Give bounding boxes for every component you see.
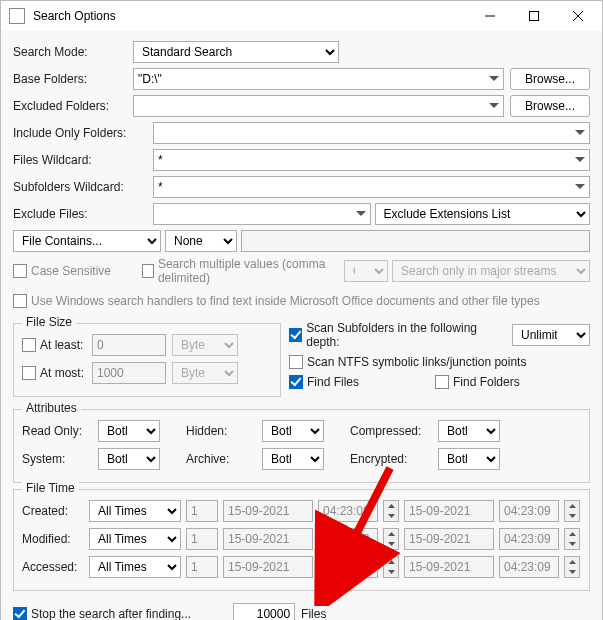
label-stop-after: Stop the search after finding... [31,607,191,620]
label-find-folders: Find Folders [453,375,520,389]
at-least-checkbox[interactable] [22,338,36,352]
system-select[interactable]: Both [98,448,160,470]
include-only-input[interactable] [153,122,590,144]
find-folders-checkbox[interactable] [435,375,449,389]
label-include-only: Include Only Folders: [13,126,153,140]
accessed-to-time[interactable] [499,556,559,578]
use-windows-handlers-checkbox[interactable] [13,294,27,308]
find-files-checkbox[interactable] [289,375,303,389]
label-base-folders: Base Folders: [13,72,133,86]
subfolders-wildcard-input[interactable] [153,176,590,198]
window-title: Search Options [33,9,468,23]
svg-rect-1 [530,12,539,21]
case-sensitive-checkbox[interactable] [13,264,27,278]
browse-base-folders-button[interactable]: Browse... [510,68,590,90]
read-only-select[interactable]: Both [98,420,160,442]
label-subfolders-wildcard: Subfolders Wildcard: [13,180,153,194]
modified-to-date[interactable] [404,528,494,550]
label-hidden: Hidden: [186,424,256,438]
titlebar: Search Options [1,1,602,31]
created-mode-select[interactable]: All Times [89,500,181,522]
label-use-windows: Use Windows search handlers to find text… [31,294,540,308]
modified-to-time[interactable] [499,528,559,550]
label-read-only: Read Only: [22,424,92,438]
at-most-input[interactable] [92,362,166,384]
search-scope-select[interactable]: Search only in major streams [392,260,590,282]
modified-from-date[interactable] [223,528,313,550]
created-to-spinner[interactable] [564,500,580,522]
accessed-from-time[interactable] [318,556,378,578]
accessed-num-input[interactable] [186,556,218,578]
stop-after-count-input[interactable] [233,603,295,620]
label-modified: Modified: [22,532,84,546]
label-find-files: Find Files [307,375,359,389]
created-num-input[interactable] [186,500,218,522]
search-mode-select[interactable]: Standard Search [133,41,339,63]
multiple-op-select[interactable]: Or [344,260,388,282]
created-from-date[interactable] [223,500,313,522]
created-to-time[interactable] [499,500,559,522]
at-most-checkbox[interactable] [22,366,36,380]
attributes-legend: Attributes [22,401,81,415]
file-contains-select[interactable]: File Contains... [13,230,161,252]
label-search-mode: Search Mode: [13,45,133,59]
modified-from-spinner[interactable] [383,528,399,550]
created-to-date[interactable] [404,500,494,522]
label-scan-ntfs: Scan NTFS symbolic links/junction points [307,355,526,369]
accessed-from-date[interactable] [223,556,313,578]
file-time-legend: File Time [22,481,79,495]
file-size-group: File Size At least: Bytes At most: By [13,323,281,397]
browse-excluded-folders-button[interactable]: Browse... [510,95,590,117]
scan-ntfs-checkbox[interactable] [289,355,303,369]
scan-subfolders-checkbox[interactable] [289,328,302,342]
label-accessed: Accessed: [22,560,84,574]
minimize-button[interactable] [468,1,512,31]
files-wildcard-input[interactable] [153,149,590,171]
accessed-mode-select[interactable]: All Times [89,556,181,578]
stop-after-checkbox[interactable] [13,607,27,620]
accessed-to-date[interactable] [404,556,494,578]
at-least-unit-select[interactable]: Bytes [172,334,238,356]
accessed-to-spinner[interactable] [564,556,580,578]
app-icon [9,8,25,24]
encrypted-select[interactable]: Both [438,448,500,470]
file-time-group: File Time Created: All Times Modified: A… [13,489,590,591]
label-exclude-files: Exclude Files: [13,207,153,221]
label-files-wildcard: Files Wildcard: [13,153,153,167]
scan-depth-select[interactable]: Unlimited [512,324,590,346]
label-encrypted: Encrypted: [350,452,432,466]
label-created: Created: [22,504,84,518]
archive-select[interactable]: Both [262,448,324,470]
label-at-least: At least: [40,338,83,352]
modified-mode-select[interactable]: All Times [89,528,181,550]
label-compressed: Compressed: [350,424,432,438]
exclude-files-input[interactable] [153,203,371,225]
label-system: System: [22,452,92,466]
modified-num-input[interactable] [186,528,218,550]
label-at-most: At most: [40,366,84,380]
at-least-input[interactable] [92,334,166,356]
modified-from-time[interactable] [318,528,378,550]
file-contains-mode-select[interactable]: None [165,230,237,252]
accessed-from-spinner[interactable] [383,556,399,578]
hidden-select[interactable]: Both [262,420,324,442]
at-most-unit-select[interactable]: Bytes [172,362,238,384]
created-from-spinner[interactable] [383,500,399,522]
file-contains-text-input[interactable] [241,230,590,252]
close-window-button[interactable] [556,1,600,31]
label-scan-subfolders: Scan Subfolders in the following depth: [306,321,500,349]
label-excluded-folders: Excluded Folders: [13,99,133,113]
label-search-multiple: Search multiple values (comma delimited) [158,257,344,285]
modified-to-spinner[interactable] [564,528,580,550]
excluded-folders-input[interactable] [133,95,504,117]
created-from-time[interactable] [318,500,378,522]
label-case-sensitive: Case Sensitive [31,264,111,278]
search-multiple-checkbox[interactable] [142,264,154,278]
label-files-word: Files [301,607,326,620]
maximize-button[interactable] [512,1,556,31]
file-size-legend: File Size [22,315,76,329]
exclude-mode-select[interactable]: Exclude Extensions List [375,203,591,225]
compressed-select[interactable]: Both [438,420,500,442]
label-archive: Archive: [186,452,256,466]
base-folders-input[interactable] [133,68,504,90]
